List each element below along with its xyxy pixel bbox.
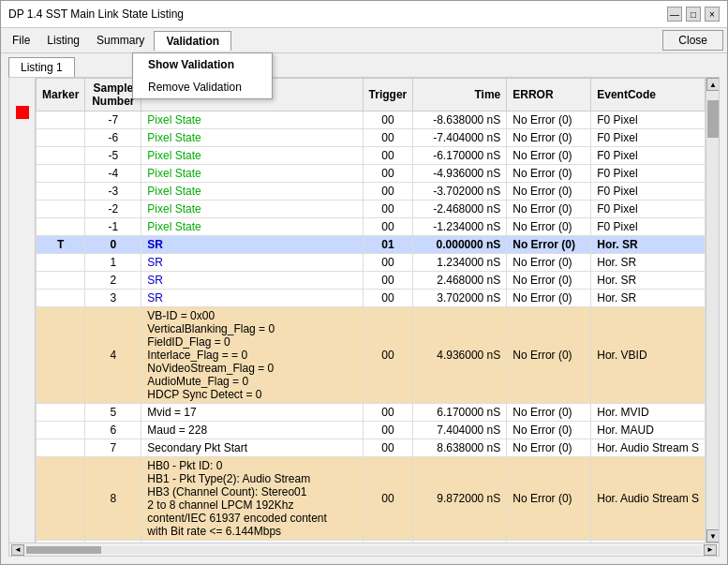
cell-marker (37, 165, 85, 183)
cell-decode: Pixel State (141, 129, 363, 147)
h-scroll-thumb[interactable] (26, 546, 101, 554)
scroll-track (706, 91, 719, 529)
cell-trigger: 00 (363, 218, 413, 236)
remove-validation-item[interactable]: Remove Validation (133, 76, 272, 98)
window-title: DP 1.4 SST Main Link State Listing (8, 7, 184, 21)
cell-trigger: 00 (363, 165, 413, 183)
menu-file[interactable]: File (5, 31, 37, 50)
cell-sample: -2 (85, 201, 141, 218)
cell-decode: Pixel State (141, 183, 363, 201)
cell-time: 9.872000 nS (413, 457, 507, 541)
table-row: -3Pixel State00-3.702000 nSNo Error (0)F… (37, 183, 706, 201)
cell-trigger: 00 (363, 422, 413, 439)
cell-event: Hor. MAUD (591, 422, 706, 439)
scroll-left-button[interactable]: ◄ (11, 544, 24, 556)
cell-sample: 3 (85, 290, 141, 307)
cell-sample: 6 (85, 422, 141, 439)
col-header-trigger: Trigger (363, 79, 413, 112)
cell-error: No Error (0) (507, 236, 591, 254)
cell-error: No Error (0) (507, 439, 591, 457)
scroll-right-button[interactable]: ► (704, 544, 717, 556)
cell-marker (37, 307, 85, 404)
cell-event: Hor. Audio Stream S (591, 457, 706, 541)
cell-marker (37, 147, 85, 165)
cell-time: -3.702000 nS (413, 183, 507, 201)
cell-trigger: 00 (363, 147, 413, 165)
col-header-time: Time (413, 79, 507, 112)
cell-trigger: 01 (363, 236, 413, 254)
cell-time: -4.936000 nS (413, 165, 507, 183)
data-table: Marker SampleNumber Decode Trigger Time … (36, 78, 706, 543)
cell-event: F0 Pixel (591, 147, 706, 165)
cell-sample: -1 (85, 218, 141, 236)
horizontal-scrollbar[interactable]: ◄ ► (9, 543, 719, 556)
content-area: Marker SampleNumber Decode Trigger Time … (8, 77, 720, 557)
cell-sample: -4 (85, 165, 141, 183)
scroll-thumb[interactable] (707, 100, 719, 138)
cell-marker: T (37, 236, 85, 254)
cell-trigger: 00 (363, 129, 413, 147)
cell-event: Hor. MVID (591, 404, 706, 422)
minimize-button[interactable]: — (667, 7, 682, 22)
cell-trigger: 00 (363, 272, 413, 290)
cell-time: 0.000000 nS (413, 236, 507, 254)
menu-listing[interactable]: Listing (39, 31, 87, 50)
cell-time: -7.404000 nS (413, 129, 507, 147)
h-scroll-track (26, 546, 702, 554)
cell-trigger: 00 (363, 254, 413, 272)
menu-summary[interactable]: Summary (89, 31, 152, 50)
cell-marker (37, 457, 85, 541)
cell-event (591, 541, 706, 543)
cell-marker (37, 183, 85, 201)
menu-validation-tab[interactable]: Validation (154, 31, 231, 51)
cell-marker (37, 404, 85, 422)
table-container[interactable]: Marker SampleNumber Decode Trigger Time … (36, 78, 706, 543)
scroll-up-button[interactable]: ▲ (706, 78, 719, 91)
table-row: 5Mvid = 17006.170000 nSNo Error (0)Hor. … (37, 404, 706, 422)
cell-error: No Error (0) (507, 404, 591, 422)
tab-bar: Listing 1 (1, 53, 727, 77)
cell-error: No Error (0) (507, 272, 591, 290)
cell-decode: SR (141, 272, 363, 290)
vertical-scrollbar[interactable]: ▲ ▼ (706, 78, 719, 543)
cell-trigger: 00 (363, 404, 413, 422)
table-row: 1SR001.234000 nSNo Error (0)Hor. SR (37, 254, 706, 272)
cell-marker (37, 112, 85, 129)
cell-marker (37, 218, 85, 236)
cell-sample: -3 (85, 183, 141, 201)
cell-time (413, 541, 507, 543)
table-row: -7Pixel State00-8.638000 nSNo Error (0)F… (37, 112, 706, 129)
maximize-button[interactable]: □ (686, 7, 701, 22)
cell-error: No Error (0) (507, 183, 591, 201)
cell-decode: Mvid = 17 (141, 404, 363, 422)
cell-marker (37, 272, 85, 290)
cell-trigger: 00 (363, 290, 413, 307)
cell-time: 2.468000 nS (413, 272, 507, 290)
cell-sample: 1 (85, 254, 141, 272)
close-button[interactable]: Close (662, 30, 723, 51)
cell-event: F0 Pixel (591, 112, 706, 129)
close-window-button[interactable]: × (705, 7, 720, 22)
scroll-down-button[interactable]: ▼ (706, 529, 719, 543)
tab-listing1[interactable]: Listing 1 (8, 57, 75, 77)
cell-time: 3.702000 nS (413, 290, 507, 307)
col-header-marker: Marker (37, 79, 85, 112)
cell-decode: Pixel State (141, 112, 363, 129)
cell-sample (85, 541, 141, 543)
table-row: 6Maud = 228007.404000 nSNo Error (0)Hor.… (37, 422, 706, 439)
show-validation-item[interactable]: Show Validation (133, 53, 272, 76)
table-row: -6Pixel State00-7.404000 nSNo Error (0)F… (37, 129, 706, 147)
cell-error: No Error (0) (507, 422, 591, 439)
cell-decode: Pixel State (141, 165, 363, 183)
cell-sample: 4 (85, 307, 141, 404)
cell-error: No Error (0) (507, 201, 591, 218)
cell-trigger: 00 (363, 439, 413, 457)
cell-time: 4.936000 nS (413, 307, 507, 404)
cell-decode: Maud = 228 (141, 422, 363, 439)
cell-error: No Error (0) (507, 112, 591, 129)
cell-decode: HB0 - Pkt ID: 0 HB1 - Pkt Type(2): Audio… (141, 457, 363, 541)
col-header-error: ERROR (507, 79, 591, 112)
cell-sample: 7 (85, 439, 141, 457)
cell-error: No Error (0) (507, 290, 591, 307)
cell-marker (37, 422, 85, 439)
